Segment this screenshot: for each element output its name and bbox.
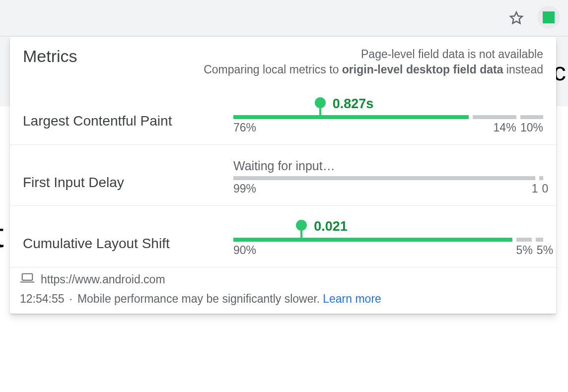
note-line2-prefix: Comparing local metrics to	[204, 63, 342, 76]
svg-rect-1	[22, 274, 33, 280]
web-vitals-extension-icon	[543, 11, 555, 23]
pct-fid-ni: 1	[532, 182, 538, 196]
pct-cls-ni: 5%	[516, 244, 533, 257]
seg-cls-poor	[536, 238, 543, 242]
extension-button[interactable]	[537, 6, 560, 29]
metric-bar-fid	[233, 176, 543, 180]
metric-value-lcp: 0.827s	[333, 96, 374, 112]
separator-dot: ·	[68, 292, 74, 306]
metric-body-fid: Waiting for input… 99% 1 0	[233, 159, 543, 196]
metric-body-lcp: 0.827s 76% 14% 10%	[233, 97, 543, 134]
pct-lcp-poor: 10%	[520, 121, 543, 134]
metric-message-fid: Waiting for input…	[233, 159, 543, 173]
metric-row-cls: Cumulative Layout Shift 0.021 90% 5% 5%	[10, 206, 556, 267]
marker-stem-icon	[300, 231, 302, 242]
pct-fid-good: 99%	[233, 182, 528, 196]
mobile-warning-text: Mobile performance may be significantly …	[77, 292, 320, 306]
note-line1: Page-level field data is not available	[361, 48, 543, 61]
metric-pcts-fid: 99% 1 0	[233, 182, 543, 196]
note-line2-bold: origin-level desktop field data	[342, 63, 503, 76]
metric-label-cls: Cumulative Layout Shift	[23, 220, 226, 252]
pct-lcp-ni: 14%	[473, 121, 516, 134]
popup-footer: https://www.android.com 12:54:55 · Mobil…	[10, 267, 556, 310]
svg-marker-0	[510, 12, 522, 24]
popup-header: Metrics Page-level field data is not ava…	[10, 37, 556, 83]
seg-lcp-good	[233, 115, 469, 119]
marker-stem-icon	[319, 108, 321, 119]
popup-data-source-note: Page-level field data is not available C…	[87, 47, 543, 77]
pct-fid-poor: 0	[542, 182, 549, 196]
metric-label-lcp: Largest Contentful Paint	[23, 97, 226, 129]
seg-fid-good	[233, 176, 535, 180]
metric-value-cls: 0.021	[314, 219, 348, 234]
pct-cls-poor: 5%	[537, 244, 553, 257]
metric-row-fid: First Input Delay Waiting for input… 99%…	[10, 145, 556, 206]
metric-bar-lcp	[233, 115, 543, 119]
browser-toolbar	[0, 0, 568, 37]
metric-pcts-lcp: 76% 14% 10%	[233, 121, 543, 134]
seg-cls-ni	[516, 238, 532, 242]
seg-lcp-poor	[520, 115, 543, 119]
metric-body-cls: 0.021 90% 5% 5%	[233, 220, 543, 257]
web-vitals-popup: Metrics Page-level field data is not ava…	[10, 37, 556, 314]
bookmark-star-icon[interactable]	[507, 9, 525, 27]
footer-url-row: https://www.android.com	[20, 272, 543, 286]
tested-url: https://www.android.com	[41, 273, 165, 286]
marker-dot-icon	[296, 220, 307, 231]
popup-title: Metrics	[23, 47, 77, 66]
note-line2-suffix: instead	[503, 63, 543, 76]
metric-pcts-cls: 90% 5% 5%	[233, 244, 543, 257]
seg-fid-ni	[539, 176, 543, 180]
metric-bar-cls	[233, 238, 543, 242]
learn-more-link[interactable]: Learn more	[323, 292, 381, 306]
seg-cls-good	[233, 238, 512, 242]
marker-dot-icon	[315, 97, 326, 108]
seg-lcp-ni	[473, 115, 516, 119]
timestamp: 12:54:55	[20, 292, 65, 306]
metric-row-lcp: Largest Contentful Paint 0.827s 76% 14% …	[10, 83, 556, 145]
pct-cls-good: 90%	[233, 244, 512, 257]
laptop-icon	[20, 272, 35, 286]
footer-status-row: 12:54:55 · Mobile performance may be sig…	[20, 292, 543, 306]
pct-lcp-good: 76%	[233, 121, 469, 134]
metric-label-fid: First Input Delay	[23, 159, 226, 191]
